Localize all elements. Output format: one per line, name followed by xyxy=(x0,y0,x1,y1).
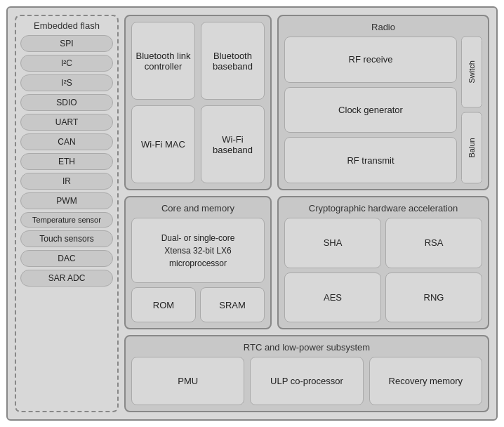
rtc-section: RTC and low-power subsystem PMU ULP co-p… xyxy=(124,335,489,412)
ulp-block: ULP co-processor xyxy=(250,357,363,405)
switch-block: Switch xyxy=(461,37,482,108)
radio-section: Radio RF receive Clock generator RF tran… xyxy=(277,15,489,190)
bluetooth-controller-block: Bluetooth link controller xyxy=(131,22,195,100)
pill-temp: Temperature sensor xyxy=(20,212,113,228)
pill-eth: ETH xyxy=(20,153,113,170)
processor-block: Dual- or single-core Xtensa 32-bit LX6 m… xyxy=(131,218,265,283)
core-bottom: ROM SRAM xyxy=(131,287,265,322)
recovery-block: Recovery memory xyxy=(369,357,482,405)
embedded-flash-section: Embedded flash SPI I²C I²S SDIO UART CAN… xyxy=(15,15,119,412)
wifi-baseband-block: Wi-Fi baseband xyxy=(201,105,265,183)
pill-i2c: I²C xyxy=(20,55,113,72)
pill-ir: IR xyxy=(20,173,113,190)
pill-can: CAN xyxy=(20,133,113,150)
bluetooth-baseband-block: Bluetooth baseband xyxy=(201,22,265,100)
pill-i2s: I²S xyxy=(20,74,113,91)
embedded-flash-title: Embedded flash xyxy=(20,20,113,31)
rtc-title: RTC and low-power subsystem xyxy=(131,342,482,353)
sha-block: SHA xyxy=(284,218,381,268)
right-area: Bluetooth link controller Bluetooth base… xyxy=(124,15,489,412)
pill-pwm: PWM xyxy=(20,192,113,209)
pill-uart: UART xyxy=(20,114,113,131)
rf-transmit-block: RF transmit xyxy=(284,137,457,183)
pill-saradc: SAR ADC xyxy=(20,270,113,287)
radio-side: Switch Balun xyxy=(461,37,482,183)
aes-block: AES xyxy=(284,272,381,323)
pill-dac: DAC xyxy=(20,250,113,267)
radio-inner: RF receive Clock generator RF transmit S… xyxy=(284,37,482,183)
bt-row-top: Bluetooth link controller Bluetooth base… xyxy=(131,22,265,100)
sram-block: SRAM xyxy=(200,287,265,322)
radio-main: RF receive Clock generator RF transmit xyxy=(284,37,457,183)
core-title: Core and memory xyxy=(131,203,265,214)
pill-sdio: SDIO xyxy=(20,94,113,111)
bt-wifi-section: Bluetooth link controller Bluetooth base… xyxy=(124,15,272,190)
rom-block: ROM xyxy=(131,287,196,322)
rsa-block: RSA xyxy=(385,218,482,268)
pill-spi: SPI xyxy=(20,35,113,52)
radio-title: Radio xyxy=(284,22,482,32)
crypto-title: Cryptographic hardware acceleration xyxy=(284,203,482,214)
balun-block: Balun xyxy=(461,112,482,184)
bt-row-bottom: Wi-Fi MAC Wi-Fi baseband xyxy=(131,105,265,183)
rng-block: RNG xyxy=(385,272,482,323)
mid-section: Core and memory Dual- or single-core Xte… xyxy=(124,196,489,329)
wifi-mac-block: Wi-Fi MAC xyxy=(131,105,195,183)
crypto-section: Cryptographic hardware acceleration SHA … xyxy=(277,196,489,329)
pill-touch: Touch sensors xyxy=(20,230,113,247)
top-section: Bluetooth link controller Bluetooth base… xyxy=(124,15,489,190)
diagram: Embedded flash SPI I²C I²S SDIO UART CAN… xyxy=(6,6,498,421)
core-section: Core and memory Dual- or single-core Xte… xyxy=(124,196,272,329)
crypto-grid: SHA RSA AES RNG xyxy=(284,218,482,322)
rtc-row: PMU ULP co-processor Recovery memory xyxy=(131,357,482,405)
clock-generator-block: Clock generator xyxy=(284,87,457,133)
pmu-block: PMU xyxy=(131,357,244,405)
rf-receive-block: RF receive xyxy=(284,37,457,83)
